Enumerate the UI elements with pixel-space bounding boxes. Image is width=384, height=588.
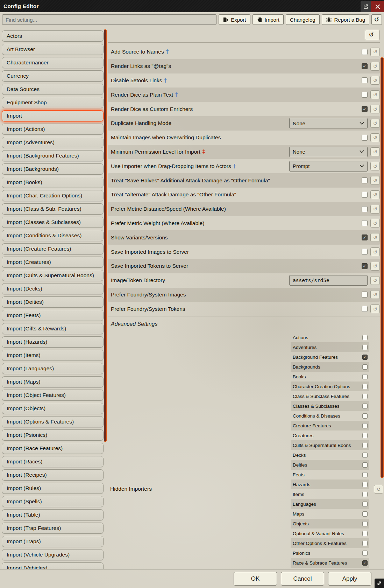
sidebar-item[interactable]: Import (Char. Creation Options) xyxy=(2,190,104,201)
checkbox[interactable]: ✓ xyxy=(362,443,368,448)
sidebar-item[interactable]: Import (Gifts & Rewards) xyxy=(2,323,104,334)
reset-setting-button[interactable]: ↺ xyxy=(370,48,380,56)
checkbox[interactable]: ✓ xyxy=(362,92,368,98)
sidebar-item[interactable]: Import (Hazards) xyxy=(2,336,104,348)
checkbox[interactable]: ✓ xyxy=(362,404,368,409)
reset-all-button[interactable]: ↺ xyxy=(365,30,379,40)
checkbox[interactable]: ✓ xyxy=(362,220,368,226)
sidebar-item[interactable]: Import (Deities) xyxy=(2,296,104,308)
checkbox[interactable]: ✓ xyxy=(362,374,368,379)
sidebar-item[interactable]: Import (Options & Features) xyxy=(2,416,104,427)
close-button[interactable] xyxy=(371,1,384,12)
sidebar-item[interactable]: Import (Races) xyxy=(2,456,104,467)
sidebar-item[interactable]: Import xyxy=(2,110,104,121)
toolbar-reset-button[interactable]: ↺ xyxy=(371,14,382,25)
reset-setting-button[interactable]: ↺ xyxy=(370,262,380,271)
popout-button[interactable] xyxy=(361,1,371,12)
sidebar-item[interactable]: Import (Cults & Supernatural Boons) xyxy=(2,270,104,281)
text-input[interactable] xyxy=(289,275,368,286)
checkbox[interactable]: ✓ xyxy=(362,335,368,340)
sidebar-item[interactable]: Data Sources xyxy=(2,84,104,95)
reset-setting-button[interactable]: ↺ xyxy=(370,162,380,170)
sidebar-item[interactable]: Import (Class & Sub. Features) xyxy=(2,203,104,215)
sidebar-item[interactable]: Import (Objects) xyxy=(2,403,104,414)
sidebar-scrollbar[interactable] xyxy=(104,29,107,442)
select[interactable]: None xyxy=(289,147,368,157)
reset-setting-button[interactable]: ↺ xyxy=(370,62,380,71)
checkbox[interactable]: ✓ xyxy=(362,106,368,112)
export-button[interactable]: Export xyxy=(219,14,250,25)
sidebar-item[interactable]: Import (Feats) xyxy=(2,310,104,321)
sidebar-item[interactable]: Charactermancer xyxy=(2,57,104,68)
sidebar-item[interactable]: Import (Background Features) xyxy=(2,150,104,161)
reset-setting-button[interactable]: ↺ xyxy=(370,105,380,113)
select[interactable]: Prompt xyxy=(289,161,368,172)
checkbox[interactable]: ✓ xyxy=(362,292,368,298)
sidebar-item[interactable]: Import (Trap Features) xyxy=(2,523,104,534)
checkbox[interactable]: ✓ xyxy=(362,453,368,458)
reset-setting-button[interactable]: ↺ xyxy=(370,176,380,185)
sidebar-item[interactable]: Import (Vehicles) xyxy=(2,562,104,569)
checkbox[interactable]: ✓ xyxy=(362,433,368,438)
import-button[interactable]: Import xyxy=(253,14,284,25)
reset-setting-button[interactable]: ↺ xyxy=(370,233,380,242)
checkbox[interactable]: ✓ xyxy=(362,77,368,83)
search-input[interactable] xyxy=(2,14,216,25)
sidebar-item[interactable]: Import (Race Features) xyxy=(2,443,104,454)
checkbox[interactable]: ✓ xyxy=(362,462,368,468)
sidebar-item[interactable]: Import (Spells) xyxy=(2,496,104,507)
checkbox[interactable]: ✓ xyxy=(362,206,368,212)
checkbox[interactable]: ✓ xyxy=(362,472,368,477)
checkbox[interactable]: ✓ xyxy=(362,49,368,55)
apply-button[interactable]: Apply xyxy=(328,572,371,586)
sidebar-item[interactable]: Import (Languages) xyxy=(2,363,104,374)
reset-setting-button[interactable]: ↺ xyxy=(370,76,380,85)
sidebar-item[interactable]: Import (Items) xyxy=(2,350,104,361)
sidebar-item[interactable]: Import (Backgrounds) xyxy=(2,163,104,175)
sidebar-item[interactable]: Import (Conditions & Diseases) xyxy=(2,230,104,241)
checkbox[interactable]: ✓ xyxy=(362,551,368,556)
sidebar-item[interactable]: Import (Vehicle Upgrades) xyxy=(2,549,104,560)
checkbox[interactable]: ✓ xyxy=(362,413,368,419)
sidebar-item[interactable]: Actors xyxy=(2,30,104,42)
reset-setting-button[interactable]: ↺ xyxy=(370,147,380,156)
sidebar-item[interactable]: Import (Object Features) xyxy=(2,390,104,401)
checkbox[interactable]: ✓ xyxy=(362,423,368,428)
checkbox[interactable]: ✓ xyxy=(362,192,368,198)
sidebar-item[interactable]: Import (Actions) xyxy=(2,124,104,135)
sidebar-item[interactable]: Import (Traps) xyxy=(2,536,104,547)
checkbox[interactable]: ✓ xyxy=(362,492,368,497)
sidebar-item[interactable]: Import (Recipes) xyxy=(2,469,104,481)
checkbox[interactable]: ✓ xyxy=(362,345,368,350)
sidebar-item[interactable]: Import (Adventures) xyxy=(2,137,104,148)
sidebar-item[interactable]: Import (Creature Features) xyxy=(2,243,104,254)
checkbox[interactable]: ✓ xyxy=(362,482,368,487)
reset-setting-button[interactable]: ↺ xyxy=(370,90,380,99)
reset-setting-button[interactable]: ↺ xyxy=(370,133,380,142)
sidebar-item[interactable]: Import (Maps) xyxy=(2,376,104,387)
checkbox[interactable]: ✓ xyxy=(362,384,368,389)
sidebar-item[interactable]: Import (Table) xyxy=(2,509,104,520)
checkbox[interactable]: ✓ xyxy=(362,502,368,507)
checkbox[interactable]: ✓ xyxy=(362,306,368,312)
checkbox[interactable]: ✓ xyxy=(362,511,368,517)
ok-button[interactable]: OK xyxy=(234,572,277,586)
reset-setting-button[interactable]: ↺ xyxy=(370,247,380,256)
sidebar-item[interactable]: Import (Creatures) xyxy=(2,257,104,268)
sidebar-item[interactable]: Currency xyxy=(2,70,104,82)
reset-setting-button[interactable]: ↺ xyxy=(370,205,380,214)
checkbox[interactable]: ✓ xyxy=(362,560,368,566)
report-bug-button[interactable]: Report a Bug xyxy=(322,14,369,25)
checkbox[interactable]: ✓ xyxy=(362,531,368,536)
checkbox[interactable]: ✓ xyxy=(362,521,368,526)
sidebar-item[interactable]: Art Browser xyxy=(2,44,104,55)
checkbox[interactable]: ✓ xyxy=(362,249,368,255)
hidden-importers-reset-button[interactable]: ↺ xyxy=(374,485,383,493)
reset-setting-button[interactable]: ↺ xyxy=(370,304,380,313)
resize-handle[interactable] xyxy=(375,579,384,588)
reset-setting-button[interactable]: ↺ xyxy=(370,119,380,128)
main-scrollbar[interactable] xyxy=(381,57,384,478)
checkbox[interactable]: ✓ xyxy=(362,263,368,269)
reset-setting-button[interactable]: ↺ xyxy=(370,290,380,299)
checkbox[interactable]: ✓ xyxy=(362,234,368,240)
